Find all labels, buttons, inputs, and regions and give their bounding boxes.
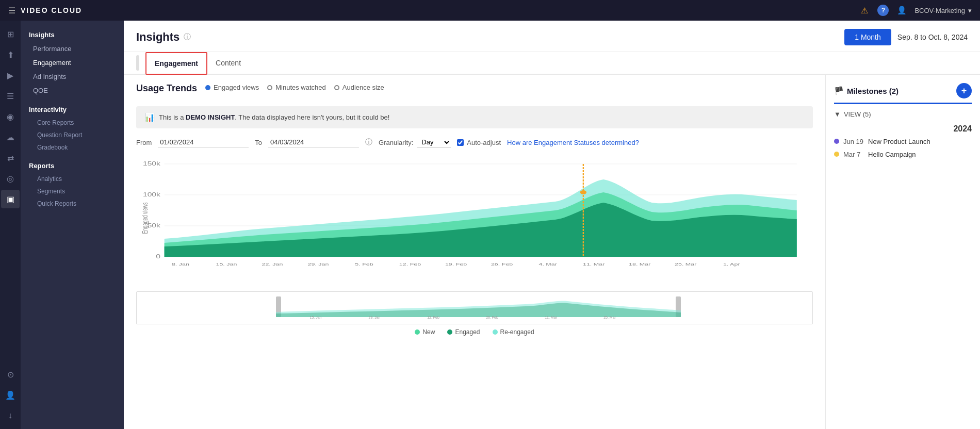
sidebar-icon-cloud[interactable]: ☁ <box>1 128 20 146</box>
main-content: Insights ⓘ 1 Month Sep. 8 to Oct. 8, 202… <box>124 21 980 429</box>
sidebar-icon-analytics[interactable]: ▣ <box>1 190 20 208</box>
svg-text:26. Feb: 26. Feb <box>486 316 498 319</box>
date-range-display: Sep. 8 to Oct. 8, 2024 <box>897 33 968 41</box>
svg-text:19. Feb: 19. Feb <box>445 262 467 266</box>
chart-bar-icon: 📊 <box>144 112 155 122</box>
sidebar-icon-social[interactable]: ⇄ <box>1 148 20 167</box>
svg-text:15. Jan: 15. Jan <box>310 316 322 319</box>
legend-minutes-watched[interactable]: Minutes watched <box>267 84 326 91</box>
mini-chart-wrapper: 15. Jan 29. Jan 12. Feb 26. Feb 11. Mar … <box>136 291 813 324</box>
tab-drag-handle[interactable] <box>136 55 139 71</box>
svg-text:0: 0 <box>156 254 160 259</box>
sidebar-item-ad-insights[interactable]: Ad Insights <box>21 70 124 84</box>
sidebar-icon-upload[interactable]: ⬆ <box>1 45 20 64</box>
help-button[interactable]: ? <box>877 5 889 16</box>
auto-adjust-label: Auto-adjust <box>467 139 501 146</box>
svg-text:29. Jan: 29. Jan <box>369 316 381 319</box>
legend-reengaged: Re-engaged <box>493 328 534 336</box>
svg-text:15. Jan: 15. Jan <box>216 262 237 266</box>
add-milestone-button[interactable]: + <box>956 83 972 98</box>
sidebar-icon-playlist[interactable]: ☰ <box>1 87 20 105</box>
granularity-select[interactable]: Day Week Month <box>417 137 451 148</box>
date-info-icon[interactable]: ⓘ <box>365 138 372 147</box>
svg-text:25. Mar: 25. Mar <box>603 316 616 319</box>
sidebar-icon-home[interactable]: ⊞ <box>1 25 20 43</box>
legend-engaged: Engaged <box>447 328 480 336</box>
milestone-item-1: Jun 19 New Product Launch <box>834 138 972 145</box>
sidebar-section-interactivity[interactable]: Interactivity <box>21 102 124 117</box>
date-controls: From To ⓘ Granularity: Day Week Month <box>136 137 813 148</box>
svg-text:1. Apr: 1. Apr <box>723 262 740 266</box>
top-navigation: ☰ VIDEO CLOUD ⚠ ? 👤 BCOV-Marketing ▾ <box>0 0 980 21</box>
svg-text:4. Mar: 4. Mar <box>538 262 557 266</box>
legend-engaged-views[interactable]: Engaged views <box>205 84 259 91</box>
sidebar-item-segments[interactable]: Segments <box>21 185 124 197</box>
sidebar-item-analytics[interactable]: Analytics <box>21 173 124 185</box>
from-date-input[interactable] <box>158 137 249 147</box>
svg-text:11. Mar: 11. Mar <box>545 316 557 319</box>
sidebar-item-core-reports[interactable]: Core Reports <box>21 117 124 129</box>
sidebar-icon-campaign[interactable]: ⊙ <box>1 365 20 384</box>
to-label: To <box>255 139 262 146</box>
main-chart-wrapper: 150k 100k 50k 0 Engaged views <box>136 156 813 324</box>
demo-banner: 📊 This is a DEMO INSIGHT. The data displ… <box>136 106 813 128</box>
sidebar-section-insights[interactable]: Insights <box>21 27 124 42</box>
svg-text:12. Feb: 12. Feb <box>427 316 439 319</box>
sidebar-section-reports[interactable]: Reports <box>21 158 124 173</box>
svg-point-10 <box>580 190 586 194</box>
tab-content[interactable]: Content <box>207 53 249 74</box>
milestone-dot-1 <box>834 139 839 144</box>
milestone-name-1: New Product Launch <box>868 138 930 145</box>
chart-legend: Engaged views Minutes watched Audience s… <box>205 84 384 91</box>
user-menu[interactable]: BCOV-Marketing ▾ <box>914 7 972 14</box>
warning-icon[interactable]: ⚠ <box>858 4 871 17</box>
sidebar-item-qoe[interactable]: QOE <box>21 84 124 97</box>
milestone-dot-2 <box>834 152 839 157</box>
legend-engaged-label: Engaged <box>455 328 480 336</box>
usage-trends-title: Usage Trends <box>136 83 197 94</box>
info-icon[interactable]: ⓘ <box>184 32 191 42</box>
chart-container: Usage Trends Engaged views Minutes watch… <box>124 75 980 429</box>
milestones-view-label[interactable]: ▼ VIEW (5) <box>834 110 972 118</box>
svg-text:150k: 150k <box>143 161 160 167</box>
legend-reengaged-dot <box>493 329 498 335</box>
milestones-panel: 🏴 Milestones (2) + ▼ VIEW (5) 2024 Jun 1… <box>825 75 980 429</box>
flag-icon: 🏴 <box>834 86 844 95</box>
sidebar-icon-video[interactable]: ▶ <box>1 66 20 85</box>
sidebar-item-gradebook[interactable]: Gradebook <box>21 141 124 154</box>
legend-audience-size[interactable]: Audience size <box>334 84 384 91</box>
sidebar-icon-settings[interactable]: ↓ <box>1 406 20 425</box>
text-sidebar: Insights Performance Engagement Ad Insig… <box>21 21 124 429</box>
sidebar-icon-audiences[interactable]: ◎ <box>1 169 20 188</box>
svg-text:18. Mar: 18. Mar <box>629 262 651 266</box>
sidebar-item-engagement[interactable]: Engagement <box>21 56 124 70</box>
chart-bottom-legend: New Engaged Re-engaged <box>136 328 813 336</box>
filter-icon: ▼ <box>834 110 841 118</box>
legend-engaged-dot <box>447 329 452 335</box>
month-button[interactable]: 1 Month <box>844 29 891 45</box>
tab-engagement[interactable]: Engagement <box>145 52 207 75</box>
sidebar-item-question-report[interactable]: Question Report <box>21 129 124 141</box>
main-chart-svg: 150k 100k 50k 0 Engaged views <box>136 156 813 285</box>
granularity-label: Granularity: <box>379 139 413 146</box>
sidebar-item-quick-reports[interactable]: Quick Reports <box>21 197 124 210</box>
sidebar-item-performance[interactable]: Performance <box>21 42 124 56</box>
chart-main: Usage Trends Engaged views Minutes watch… <box>124 75 825 429</box>
hamburger-icon[interactable]: ☰ <box>8 6 15 15</box>
icon-sidebar: ⊞ ⬆ ▶ ☰ ◉ ☁ ⇄ ◎ ▣ ⊙ 👤 ↓ <box>0 21 21 429</box>
legend-new-dot <box>415 329 420 335</box>
to-date-input[interactable] <box>268 137 359 147</box>
page-header: Insights ⓘ 1 Month Sep. 8 to Oct. 8, 202… <box>124 21 980 52</box>
svg-text:5. Feb: 5. Feb <box>355 262 373 266</box>
engagement-status-link[interactable]: How are Engagement Statuses determined? <box>507 139 639 146</box>
svg-text:26. Feb: 26. Feb <box>491 262 513 266</box>
sidebar-icon-live[interactable]: ◉ <box>1 107 20 126</box>
svg-text:29. Jan: 29. Jan <box>308 262 329 266</box>
auto-adjust-control: Auto-adjust <box>457 139 501 146</box>
svg-text:25. Mar: 25. Mar <box>675 262 697 266</box>
svg-text:11. Mar: 11. Mar <box>583 262 605 266</box>
milestone-date-1: Jun 19 <box>843 138 864 145</box>
sidebar-icon-users[interactable]: 👤 <box>1 386 20 404</box>
auto-adjust-checkbox[interactable] <box>457 139 464 146</box>
mini-chart-svg: 15. Jan 29. Jan 12. Feb 26. Feb 11. Mar … <box>139 294 810 320</box>
